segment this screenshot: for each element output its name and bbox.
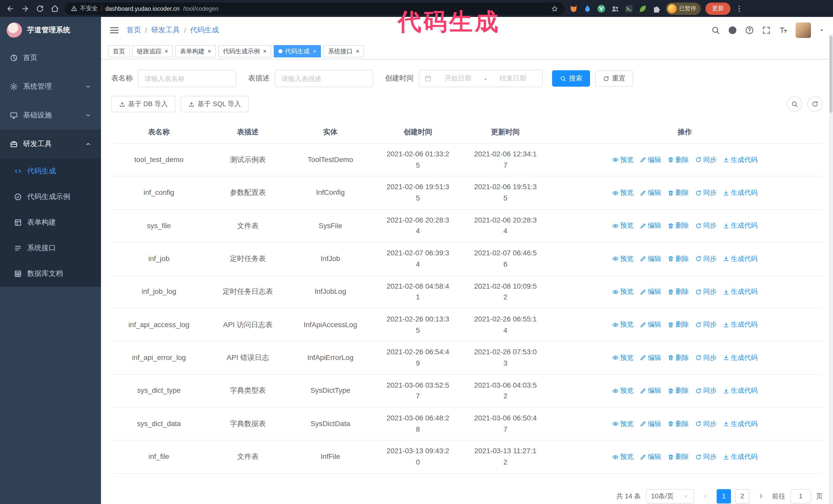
people-extension-icon[interactable] (611, 4, 620, 13)
sync-link[interactable]: 同步 (695, 188, 716, 198)
tab-链路追踪[interactable]: 链路追踪× (132, 45, 173, 57)
preview-link[interactable]: 预览 (612, 452, 633, 462)
tab-close-icon[interactable]: × (313, 48, 316, 54)
delete-link[interactable]: 删除 (667, 188, 689, 198)
date-range-picker[interactable]: 开始日期 - 结束日期 (419, 70, 543, 87)
import-db-button[interactable]: 基于 DB 导入 (111, 96, 175, 112)
sidebar-item-home[interactable]: 首页 (0, 44, 101, 72)
tab-系统接口[interactable]: 系统接口× (324, 45, 364, 57)
import-sql-button[interactable]: 基于 SQL 导入 (181, 96, 249, 112)
table-desc-input[interactable] (275, 70, 373, 87)
edit-link[interactable]: 编辑 (640, 320, 661, 330)
sidebar-item-devtools[interactable]: 研发工具 (0, 130, 101, 159)
tab-代码生成示例[interactable]: 代码生成示例× (218, 45, 271, 57)
next-page-button[interactable] (755, 489, 767, 503)
browser-forward-button[interactable] (20, 3, 30, 14)
prev-page-button[interactable] (699, 489, 712, 503)
edit-link[interactable]: 编辑 (640, 154, 661, 165)
sidebar-logo[interactable]: 芋道管理系统 (0, 17, 101, 44)
delete-link[interactable]: 删除 (667, 154, 689, 165)
page-button-1[interactable]: 1 (717, 489, 731, 503)
edit-link[interactable]: 编辑 (640, 386, 661, 396)
delete-link[interactable]: 删除 (667, 452, 689, 462)
github-icon[interactable] (728, 26, 737, 35)
generate-link[interactable]: 生成代码 (722, 353, 757, 363)
generate-link[interactable]: 生成代码 (722, 221, 757, 231)
avatar-caret-icon[interactable] (819, 27, 825, 33)
delete-link[interactable]: 删除 (667, 320, 689, 330)
user-avatar[interactable] (795, 23, 811, 38)
preview-link[interactable]: 预览 (612, 386, 633, 396)
generate-link[interactable]: 生成代码 (722, 418, 757, 429)
preview-link[interactable]: 预览 (612, 254, 633, 264)
dark-tool-extension-icon[interactable] (624, 4, 634, 13)
browser-reload-button[interactable] (35, 3, 45, 14)
sync-link[interactable]: 同步 (695, 221, 716, 231)
refresh-table-button[interactable] (807, 96, 823, 112)
page-button-2[interactable]: 2 (735, 489, 749, 503)
preview-link[interactable]: 预览 (612, 188, 633, 198)
sync-link[interactable]: 同步 (695, 418, 716, 429)
bookmark-star-icon[interactable] (551, 5, 558, 12)
puzzle-extension-icon[interactable] (652, 4, 661, 13)
edit-link[interactable]: 编辑 (640, 254, 661, 264)
generate-link[interactable]: 生成代码 (722, 452, 757, 462)
fullscreen-icon[interactable] (762, 26, 771, 35)
sidebar-subitem-form-builder[interactable]: 表单构建 (0, 210, 101, 235)
preview-link[interactable]: 预览 (612, 287, 633, 297)
generate-link[interactable]: 生成代码 (722, 320, 757, 330)
generate-link[interactable]: 生成代码 (722, 188, 757, 198)
preview-link[interactable]: 预览 (612, 221, 633, 231)
font-size-icon[interactable] (779, 26, 788, 35)
preview-link[interactable]: 预览 (612, 154, 633, 165)
tab-close-icon[interactable]: × (263, 48, 266, 54)
delete-link[interactable]: 删除 (667, 254, 689, 264)
breadcrumb-item[interactable]: 研发工具 (151, 26, 180, 35)
sidebar-subitem-codegen-example[interactable]: 代码生成示例 (0, 184, 101, 210)
search-icon[interactable] (711, 26, 720, 35)
fox-extension-icon[interactable] (569, 4, 578, 13)
edit-link[interactable]: 编辑 (640, 418, 661, 429)
delete-link[interactable]: 删除 (667, 221, 689, 231)
scrollbar-thumb[interactable] (829, 36, 832, 113)
sync-link[interactable]: 同步 (695, 452, 716, 462)
sync-link[interactable]: 同步 (695, 353, 716, 363)
edit-link[interactable]: 编辑 (640, 353, 661, 363)
tab-close-icon[interactable]: × (356, 48, 359, 54)
generate-link[interactable]: 生成代码 (722, 154, 757, 165)
browser-home-button[interactable] (50, 3, 60, 14)
sync-link[interactable]: 同步 (695, 254, 716, 264)
sync-link[interactable]: 同步 (695, 386, 716, 396)
sidebar-subitem-db-doc[interactable]: 数据库文档 (0, 261, 101, 287)
delete-link[interactable]: 删除 (667, 418, 689, 429)
browser-back-button[interactable] (5, 3, 15, 14)
help-icon[interactable] (745, 26, 754, 35)
breadcrumb-item[interactable]: 首页 (127, 26, 141, 35)
hamburger-icon[interactable] (109, 25, 119, 35)
breadcrumb-item[interactable]: 代码生成 (190, 26, 219, 35)
edit-link[interactable]: 编辑 (640, 452, 661, 462)
page-scrollbar[interactable] (829, 34, 833, 504)
preview-link[interactable]: 预览 (612, 353, 633, 363)
generate-link[interactable]: 生成代码 (722, 254, 757, 264)
sidebar-item-system[interactable]: 系统管理 (0, 72, 101, 101)
page-size-select[interactable]: 10条/页 (646, 489, 694, 503)
generate-link[interactable]: 生成代码 (722, 386, 757, 396)
generate-link[interactable]: 生成代码 (722, 287, 757, 297)
browser-profile-chip[interactable]: 已暂停 (666, 2, 701, 15)
browser-menu-icon[interactable] (735, 4, 743, 13)
delete-link[interactable]: 删除 (667, 353, 689, 363)
delete-link[interactable]: 删除 (667, 386, 689, 396)
goto-page-input[interactable] (790, 489, 811, 503)
tab-代码生成[interactable]: 代码生成× (274, 45, 321, 57)
drop-extension-icon[interactable] (583, 4, 592, 13)
sidebar-item-infra[interactable]: 基础设施 (0, 101, 101, 130)
security-status[interactable]: 不安全 (71, 5, 98, 12)
tab-表单构建[interactable]: 表单构建× (175, 45, 216, 57)
edit-link[interactable]: 编辑 (640, 287, 661, 297)
tab-close-icon[interactable]: × (208, 48, 211, 54)
preview-link[interactable]: 预览 (612, 418, 633, 429)
sync-link[interactable]: 同步 (695, 320, 716, 330)
v-circle-extension-icon[interactable] (597, 4, 606, 13)
sync-link[interactable]: 同步 (695, 287, 716, 297)
